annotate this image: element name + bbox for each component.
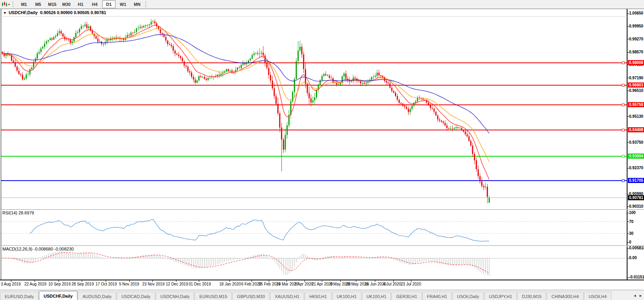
level-price-label: 0.91705	[628, 178, 644, 183]
ohlc-quote: 0.90526 0.90900 0.90505 0.90781	[40, 10, 106, 15]
level-price-label: 0.93004	[628, 154, 644, 159]
price-axis-tick: 0.95130	[629, 114, 643, 119]
timeframe-button-m15[interactable]: M15	[46, 0, 59, 8]
date-axis-label: 5 Nov 2019	[119, 282, 139, 286]
candlestick-chart-icon[interactable]	[1, 2, 7, 7]
rsi-axis-tick: 30	[629, 231, 633, 236]
date-axis-label: 28 Sep 2019	[72, 282, 94, 286]
macd-axis-tick: -0.011514	[629, 275, 644, 279]
timeframe-toolbar: ▾ M1M5M15M30H1H4D1W1MN	[0, 0, 644, 9]
timeframe-button-h1[interactable]: H1	[74, 0, 87, 8]
date-axis-label: 12 Dec 2019	[166, 282, 188, 286]
price-axis-tick: 1.00650	[629, 11, 643, 15]
chart-tab-usoil-h4[interactable]: USOil,H4	[584, 292, 611, 300]
chart-tab-usoil-daily[interactable]: USOil,Daily	[452, 292, 484, 300]
date-axis-label: 17 Oct 2019	[95, 282, 117, 286]
tab-scroll-left-icon[interactable]: ◄	[633, 294, 637, 298]
rsi-axis-tick: 0	[629, 240, 631, 244]
rsi-label: RSI(14) 28.6979	[2, 210, 34, 215]
chart-tab-usdcad-daily[interactable]: USDCAD,Daily	[117, 292, 155, 300]
chart-tab-dj30-m15[interactable]: DJ30,M15	[517, 292, 546, 300]
price-axis-tick: 0.90310	[629, 204, 643, 209]
timeframe-button-mn[interactable]: MN	[130, 0, 144, 8]
date-axis-label: 10 Sep 2019	[48, 282, 71, 286]
timeframe-button-w1[interactable]: W1	[116, 0, 130, 8]
level-price-label: 0.98008	[628, 60, 644, 65]
date-axis-label: 4 Jul 2020	[383, 282, 401, 286]
date-axis-label: 22 Aug 2019	[24, 282, 46, 286]
macd-label: MACD(12,26,9) -0.008680 -0.008230	[2, 247, 74, 251]
price-axis-tick: 0.92370	[629, 166, 643, 170]
date-axis-label: 2 Apr 2020	[294, 282, 313, 286]
chart-tab-uk100-h1[interactable]: UK100,H1	[362, 292, 391, 300]
date-axis-label: 18 Jan 2020	[219, 282, 241, 286]
price-axis-tick: 0.97190	[629, 76, 643, 80]
chart-tab-usdjpy-h1[interactable]: USDJPY,H1	[484, 292, 517, 300]
rsi-axis-tick: 70	[629, 220, 633, 224]
chart-tab-eurusd-daily[interactable]: EURUSD,Daily	[0, 292, 39, 300]
collapse-caret-icon[interactable]: ▼	[3, 11, 7, 15]
timeframe-button-m1[interactable]: M1	[17, 0, 31, 8]
current-price-label: 0.90781	[628, 195, 644, 200]
rsi-axis-tick: 100	[629, 210, 636, 215]
chart-tab-usdchf-daily[interactable]: USDCHF,Daily	[39, 291, 77, 300]
date-axis-label: 21 Apr 2020	[312, 282, 333, 286]
chart-tab-ger30-h1[interactable]: GER30,H1	[391, 292, 422, 300]
chart-tab-usdcnh-daily[interactable]: USDCNH,Daily	[156, 292, 194, 300]
macd-axis-tick: 0.005818	[629, 246, 644, 250]
price-axis-tick: 0.99950	[629, 24, 643, 28]
chart-tab-xauusd-h1[interactable]: XAUUSD,H1	[270, 292, 304, 300]
timeframe-button-h4[interactable]: H4	[88, 0, 101, 8]
timeframe-button-d1[interactable]: D1	[102, 0, 116, 8]
chart-tab-audusd-daily[interactable]: AUDUSD,Daily	[78, 292, 116, 300]
chart-canvas[interactable]	[0, 0, 644, 300]
tab-scroll-arrows: ◄ ►	[631, 291, 644, 300]
date-axis-label: 23 Jul 2020	[401, 282, 421, 286]
level-price-label: 0.96803	[628, 82, 644, 88]
chart-title-bar: ▼USDCHF,Daily 0.90526 0.90900 0.90505 0.…	[3, 10, 106, 15]
symbol-tab-bar: EURUSD,DailyUSDCHF,DailyAUDUSD,DailyUSDC…	[0, 290, 644, 300]
macd-axis-tick: 0.00	[629, 256, 637, 260]
toolbar-grip[interactable]	[13, 1, 15, 7]
price-axis-tick: 0.96510	[629, 88, 643, 93]
chart-tab-fra40-h1[interactable]: FRA40,H1	[422, 292, 452, 300]
chart-tab-eurusd-m15[interactable]: EURUSD,M15	[194, 292, 232, 300]
timeframe-button-m30[interactable]: M30	[60, 0, 73, 8]
chart-tab-hk50-h1[interactable]: HK50,H1	[305, 292, 332, 300]
chart-tab-gbpusd-m30[interactable]: GBPUSD,M30	[232, 292, 270, 300]
price-axis-tick: 0.99270	[629, 37, 643, 41]
timeframe-button-m5[interactable]: M5	[31, 0, 45, 8]
chart-tab-china300-h4[interactable]: CHINA300,H4	[547, 292, 583, 300]
symbol-title: USDCHF,Daily	[9, 10, 38, 15]
level-price-label: 0.94408	[628, 127, 644, 132]
date-axis-label: 3 Aug 2019	[1, 282, 21, 286]
chevron-down-icon[interactable]: ▾	[8, 3, 10, 6]
level-price-label: 0.95758	[628, 102, 644, 107]
date-axis-label: 23 Nov 2019	[142, 282, 165, 286]
tab-scroll-right-icon[interactable]: ►	[639, 294, 642, 298]
price-axis-tick: 0.93750	[629, 140, 643, 145]
price-axis-tick: 0.98570	[629, 50, 643, 54]
chart-tab-uk100-h1[interactable]: UK100,H1	[332, 292, 361, 300]
toolbar-grip-end[interactable]	[145, 1, 147, 7]
date-axis-label: 31 Dec 2019	[189, 282, 211, 286]
